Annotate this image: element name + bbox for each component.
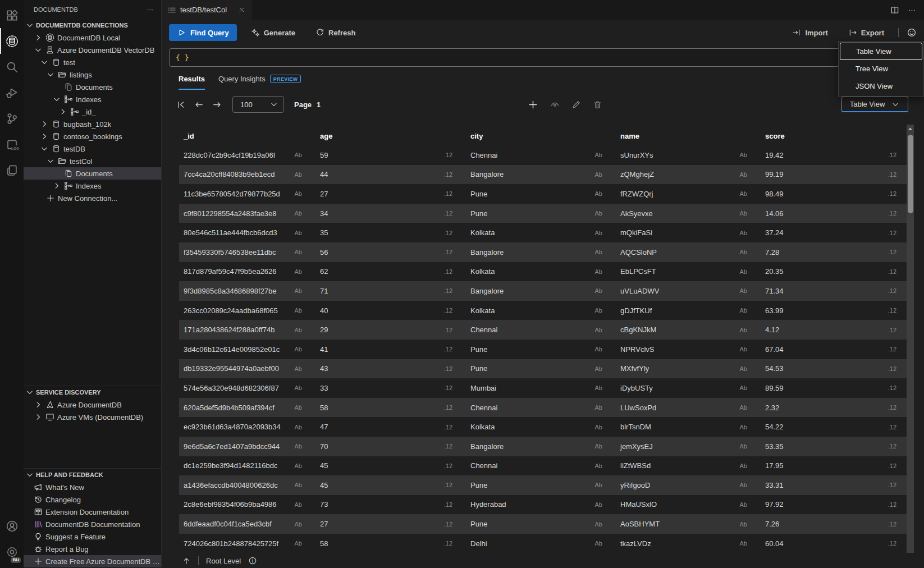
activity-source-control[interactable] [0,106,24,131]
table-row[interactable]: 2c8e6ebf98354f06b9ba4986Ab73.12Hyderabad… [179,495,907,515]
table-row[interactable]: c9f8012298554a2483fae3e8Ab34.12PuneAbAkS… [179,204,907,223]
tab-results[interactable]: Results [179,75,205,90]
table-row[interactable]: 228dc07c2b9c4cf19b19a06fAb59.12ChennaiAb… [179,145,907,165]
table-row[interactable]: 7cc4ca20cff84083b9eb1ecdAb44.12Bangalore… [179,165,907,185]
tab-testdb-testcol[interactable]: testDB/testCol [162,0,251,20]
column-header-city[interactable]: city [466,126,616,145]
scroll-up-icon[interactable] [907,126,914,132]
activity-copies[interactable] [0,157,24,183]
tree-item-testdb[interactable]: testDB [24,143,161,155]
table-row[interactable]: 3d4c06b12c614e009852e01cAb41.12PuneAbNPR… [179,340,907,359]
tree-item-listings[interactable]: listings [24,68,161,81]
table-row[interactable]: 574e56a320e948d682306f87Ab33.12MumbaiAbi… [179,378,907,398]
edit-document-icon[interactable] [571,100,581,109]
tree-item-contoso-bookings[interactable]: contoso_bookings [24,130,161,143]
tree-item-label: Azure DocumentDB [57,401,122,409]
table-row[interactable]: 724026c801b248878425725fAb58.12DelhiAbtk… [179,534,907,553]
table-row[interactable]: 9e6d5a6c7ed1407a9bdcc944Ab70.12Bangalore… [179,437,907,456]
table-row[interactable]: f35459330f5746538ee11dbcAb56.12Bangalore… [179,242,907,262]
tree-item-label: Create Free Azure DocumentDB Cl... [45,557,161,566]
up-level-icon[interactable] [182,556,191,565]
tree-item-bugbash-102k[interactable]: bugbash_102k [24,118,161,130]
table-row[interactable]: 80e546c511ae444fbcb6dcd3Ab35.12KolkataAb… [179,223,907,242]
table-row[interactable]: db19332e95544974a0aebf00Ab43.12PuneAbMXf… [179,359,907,379]
menu-item-table-view[interactable]: Table View [840,43,922,60]
info-icon[interactable] [248,556,257,565]
delete-document-icon[interactable] [593,100,602,109]
tree-item-documents[interactable]: Documents [24,167,161,180]
menu-item-json-view[interactable]: JSON View [840,77,922,95]
tab-query-insights[interactable]: Query Insights PREVIEW [218,75,301,90]
tree-item-documentdb-documentation[interactable]: DocumentDB Documentation [24,518,161,530]
activity-run-debug[interactable] [0,80,24,106]
cell-city: KolkataAb [466,262,616,282]
table-row[interactable]: 171a280438624f288a0ff74bAb29.12ChennaiAb… [179,320,907,340]
table-row[interactable]: 9f3d8985c8a34686898f27beAb71.12Bangalore… [179,281,907,301]
first-page-icon[interactable] [176,100,186,109]
activity-account[interactable] [0,513,24,539]
table-row[interactable]: 6ddfeaadf0c04f1ca5ed3cbfAb27.12PuneAbAoS… [179,514,907,534]
activity-documentdb[interactable] [0,28,24,54]
tree-item-changelog[interactable]: Changelog [24,493,161,506]
activity-search[interactable] [0,54,24,80]
next-page-icon[interactable] [212,100,222,109]
tree-item-azure-documentdb-vectordb[interactable]: Azure DocumentDB VectorDB [24,44,161,56]
find-query-button[interactable]: Find Query [169,24,237,41]
column-header-score[interactable]: score [761,126,907,145]
activity-extensions-grid[interactable] [0,2,24,28]
column-header-name[interactable]: name [616,126,761,145]
activity-settings-gear[interactable]: BU [0,539,24,565]
table-row[interactable]: 817d879af59c47f9b5ea2626Ab62.12KolkataAb… [179,262,907,282]
section-header-connections[interactable]: DOCUMENTDB CONNECTIONS [24,19,161,31]
page-size-select[interactable]: 100 [232,96,284,113]
split-editor-icon[interactable] [890,6,899,15]
tree-item-create-free-azure-documentdb-cl[interactable]: Create Free Azure DocumentDB Cl... [24,555,161,567]
add-document-icon[interactable] [528,99,538,110]
view-mode-select[interactable]: Table View [841,97,908,112]
prev-page-icon[interactable] [194,100,204,109]
export-button[interactable]: Export [842,24,890,41]
tree-item-suggest-a-feature[interactable]: Suggest a Feature [24,530,161,543]
column-header-id[interactable]: _id [179,126,315,145]
tree-item-new-connection[interactable]: New Connection... [24,192,161,204]
cell-city: BangaloreAb [466,281,616,301]
results-tabstrip: Results Query Insights PREVIEW [162,67,924,90]
tree-item-documentdb-local[interactable]: DocumentDB Local [24,31,161,44]
feedback-smiley-icon[interactable] [907,28,917,38]
import-button[interactable]: Import [786,24,834,41]
generate-button[interactable]: Generate [245,24,301,41]
tree-item-azure-documentdb[interactable]: Azure DocumentDB [24,398,161,411]
root-level-label: Root Level [206,557,241,565]
activity-output-log[interactable]: LOG [0,131,24,157]
column-header-age[interactable]: age [315,126,466,145]
close-icon[interactable] [238,6,245,13]
table-row[interactable]: 11c3be65780542d79877b25dAb27.12PuneAbfRZ… [179,184,907,204]
tree-item-azure-vms-documentdb[interactable]: Azure VMs (DocumentDB) [24,411,161,423]
tree-item-id[interactable]: _id_ [24,106,161,118]
view-document-icon[interactable] [550,100,560,109]
cell-value: 67.04 [765,345,784,354]
table-row[interactable]: 620a5def5d9b4b509af394cfAb58.12ChennaiAb… [179,398,907,418]
ellipsis-icon[interactable]: ··· [908,6,916,14]
tree-item-indexes[interactable]: Indexes [24,180,161,192]
table-row[interactable]: ec923b61d63a4870a2093b34Ab47.12KolkataAb… [179,417,907,437]
tree-item-documents[interactable]: Documents [24,81,161,93]
tree-item-what-s-new[interactable]: What's New [24,481,161,493]
tree-item-indexes[interactable]: Indexes [24,93,161,106]
scrollbar-thumb[interactable] [908,135,913,213]
table-row[interactable]: 263cc02089c24aadba68f065Ab40.12KolkataAb… [179,301,907,320]
section-header-service-discovery[interactable]: SERVICE DISCOVERY [24,386,161,398]
query-input[interactable]: { } [169,48,917,67]
table-row[interactable]: a1436efaccdb4004800626dcAb45.12PuneAbyRi… [179,475,907,495]
tree-item-extension-documentation[interactable]: Extension Documentation [24,506,161,518]
cell-value: jemXysEJ [620,442,653,451]
more-actions-icon[interactable]: ··· [147,6,153,13]
tree-item-test[interactable]: test [24,56,161,68]
type-indicator: .12 [444,540,452,547]
section-header-help[interactable]: HELP AND FEEDBACK [24,469,161,481]
menu-item-tree-view[interactable]: Tree View [840,60,922,77]
table-row[interactable]: dc1e259be3f94d1482116bdcAb45.12ChennaiAb… [179,456,907,476]
tree-item-report-a-bug[interactable]: Report a Bug [24,543,161,555]
tree-item-testcol[interactable]: testCol [24,155,161,167]
refresh-button[interactable]: Refresh [309,24,362,41]
